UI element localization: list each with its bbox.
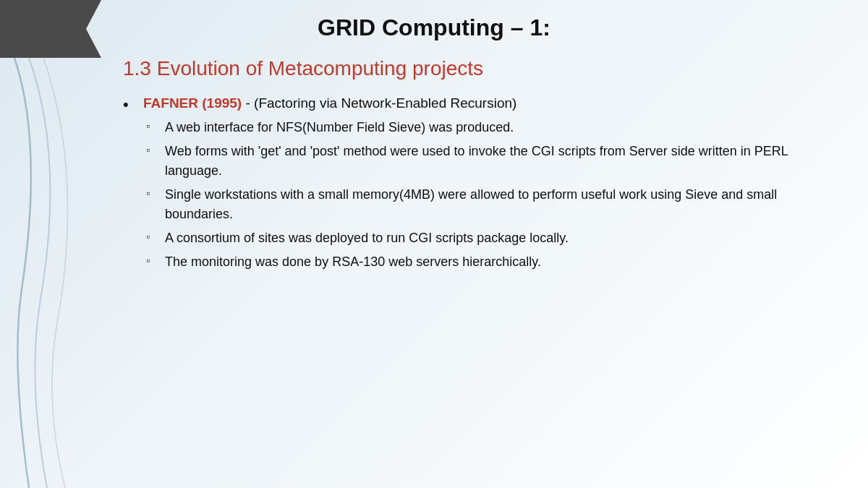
slide-title: GRID Computing – 1:	[43, 14, 825, 41]
slide-content: GRID Computing – 1: 1.3 Evolution of Met…	[0, 0, 868, 299]
fafner-label: FAFNER (1995)	[143, 95, 242, 111]
fafner-rest: - (Factoring via Network-Enabled Recursi…	[242, 95, 516, 111]
sub-bullet-item: A web interface for NFS(Number Field Sie…	[143, 118, 825, 137]
sub-bullet-item: Web forms with 'get' and 'post' method w…	[143, 142, 825, 181]
main-bullet-item: FAFNER (1995) - (Factoring via Network-E…	[123, 93, 825, 272]
sub-bullet-item: The monitoring was done by RSA-130 web s…	[143, 252, 825, 272]
section-heading: 1.3 Evolution of Metacomputing projects	[123, 57, 825, 80]
main-bullet-list: FAFNER (1995) - (Factoring via Network-E…	[123, 93, 825, 272]
sub-bullet-list: A web interface for NFS(Number Field Sie…	[143, 118, 825, 272]
sub-bullet-item: A consortium of sites was deployed to ru…	[143, 228, 825, 248]
sub-bullet-item: Single workstations with a small memory(…	[143, 185, 825, 224]
